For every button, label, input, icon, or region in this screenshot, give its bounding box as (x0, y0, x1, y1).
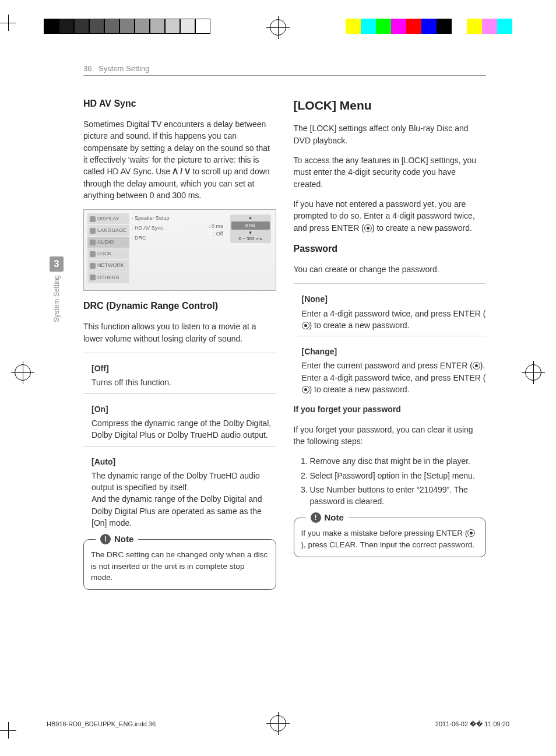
slider-value: 0 ms (231, 221, 270, 230)
option-auto-label: [Auto] (83, 456, 276, 467)
menu-item: NETWORK (87, 260, 129, 271)
lock-p1: The [LOCK] settings affect only Blu-ray … (294, 122, 487, 146)
forget-body: If you forget your password, you can cle… (294, 424, 487, 448)
footer-file: HB916-RD0_BDEUPPK_ENG.indd 36 (47, 720, 156, 728)
up-down-arrow-icon: Λ / V (173, 167, 190, 176)
note-label: Note (325, 511, 344, 524)
forget-heading: If you forget your password (294, 403, 487, 415)
hd-av-sync-body: Sometimes Digital TV encounters a delay … (83, 118, 276, 201)
info-icon: ! (100, 534, 111, 544)
heading-password: Password (294, 242, 487, 255)
chapter-number: 3 (50, 256, 64, 272)
chapter-side-tab: 3 System Setting (50, 256, 64, 325)
registration-mark-icon (525, 364, 541, 381)
option-none-label: [None] (294, 293, 487, 305)
page-header: 36 System Setting (83, 64, 486, 76)
option-none-body: Enter a 4-digit password twice, and pres… (294, 308, 487, 332)
left-column: HD AV Sync Sometimes Digital TV encounte… (83, 93, 276, 590)
down-triangle-icon: ▼ (231, 231, 270, 235)
option-on-body: Compress the dynamic range of the Dolby … (83, 417, 276, 441)
up-triangle-icon: ▲ (231, 216, 270, 220)
heading-drc: DRC (Dynamic Range Control) (83, 299, 276, 312)
page-footer: HB916-RD0_BDEUPPK_ENG.indd 36 2011-06-02… (47, 720, 509, 728)
registration-mark-icon (270, 19, 286, 36)
option-change-label: [Change] (294, 346, 487, 357)
menu-item: LANGUAGE (87, 225, 129, 236)
enter-icon (302, 322, 309, 329)
enter-icon (467, 529, 475, 537)
note-box-password: ! Note If you make a mistake before pres… (294, 518, 487, 557)
drc-body: This function allows you to listen to a … (83, 321, 276, 344)
page-section: System Setting (98, 64, 149, 73)
right-column: [LOCK] Menu The [LOCK] settings affect o… (294, 93, 487, 590)
enter-icon (364, 224, 372, 232)
note-body: The DRC setting can be changed only when… (91, 549, 269, 583)
heading-hd-av-sync: HD AV Sync (83, 97, 276, 110)
option-auto-body: The dynamic range of the Dolby TrueHD au… (83, 470, 276, 529)
step-item: Use Number buttons to enter “210499”. Th… (310, 484, 487, 508)
crop-mark (0, 722, 16, 739)
menu-item: OTHERS (87, 272, 129, 283)
enter-icon (473, 362, 480, 370)
menu-item: AUDIO (87, 237, 129, 248)
enter-icon (302, 386, 309, 393)
note-label: Note (114, 533, 133, 546)
step-item: Remove any disc that might be in the pla… (310, 455, 487, 467)
slider-range: 0 ~ 300 ms (231, 235, 270, 242)
lock-p3: If you have not entered a password yet, … (294, 198, 487, 234)
step-item: Select [Password] option in the [Setup] … (310, 470, 487, 481)
menu-value: : 0 ms (209, 223, 223, 230)
menu-value: : Off (209, 230, 223, 238)
page-number: 36 (83, 64, 92, 73)
footer-timestamp: 2011-06-02 �� 11:09:20 (435, 720, 509, 728)
chapter-label: System Setting (52, 275, 61, 322)
heading-lock-menu: [LOCK] Menu (294, 97, 487, 114)
info-icon: ! (311, 512, 321, 523)
forget-steps: Remove any disc that might be in the pla… (294, 455, 487, 507)
menu-option: · DRC (132, 233, 170, 243)
option-change-body: Enter the current password and press ENT… (294, 360, 487, 395)
color-colorbar (330, 19, 512, 34)
option-off-label: [Off] (83, 363, 276, 374)
note-box-drc: ! Note The DRC setting can be changed on… (83, 539, 276, 590)
registration-mark-icon (15, 364, 31, 381)
note-body: If you make a mistake before pressing EN… (301, 528, 479, 550)
menu-item: LOCK (87, 248, 129, 259)
grayscale-colorbar (44, 19, 210, 34)
password-body: You can create or change the password. (294, 263, 487, 275)
crop-mark (0, 15, 16, 31)
menu-item: DISPLAY (87, 213, 129, 224)
slider-widget: ▲ 0 ms ▼ 0 ~ 300 ms (230, 215, 271, 243)
option-off-body: Turns off this function. (83, 377, 276, 388)
settings-screenshot: DISPLAYLANGUAGEAUDIOLOCKNETWORKOTHERS · … (83, 209, 276, 291)
lock-p2: To access the any features in [LOCK] set… (294, 154, 487, 190)
menu-option: · Speaker Setup (132, 213, 170, 223)
option-on-label: [On] (83, 403, 276, 415)
menu-option: · HD AV Sync (132, 223, 170, 233)
